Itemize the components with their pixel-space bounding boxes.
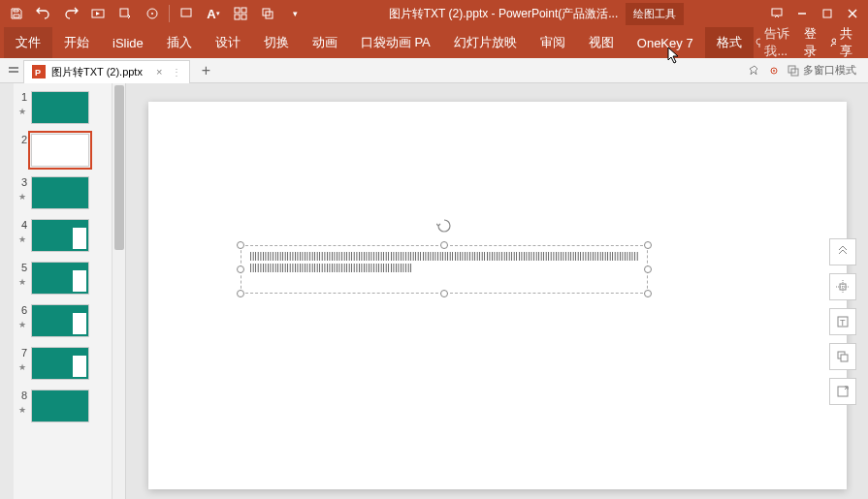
undo-button[interactable] — [31, 2, 56, 25]
redo-button[interactable] — [58, 2, 83, 25]
resize-handle-bl[interactable] — [237, 290, 244, 297]
tab-insert[interactable]: 插入 — [155, 27, 204, 58]
collapse-tool-button[interactable] — [829, 238, 856, 265]
svg-point-18 — [832, 39, 836, 43]
fit-tool-button[interactable] — [829, 378, 856, 405]
context-tool-label: 绘图工具 — [626, 3, 684, 25]
ribbon-right: 告诉我... 登录 共享 — [754, 27, 864, 58]
animation-indicator-icon: ★ — [18, 192, 26, 202]
slide-thumbnail-1[interactable] — [31, 91, 89, 124]
start-from-beginning-button[interactable] — [85, 2, 111, 25]
tab-slideshow[interactable]: 幻灯片放映 — [442, 27, 529, 58]
slide-thumbnail-2[interactable] — [31, 134, 89, 167]
svg-text:T: T — [840, 318, 846, 327]
document-tab-menu[interactable]: ⋮ — [172, 67, 181, 78]
thumbnail-item[interactable]: 6★ — [17, 304, 121, 337]
login-button[interactable]: 登录 — [804, 25, 820, 60]
slide-thumbnail-3[interactable] — [31, 176, 89, 209]
resize-handle-br[interactable] — [644, 290, 652, 297]
thumbnail-item[interactable]: 7★ — [17, 347, 121, 380]
layout-button[interactable] — [228, 2, 253, 25]
qat-more-button[interactable]: ▾ — [282, 2, 307, 25]
thumbnail-item[interactable]: 5★ — [17, 262, 121, 295]
resize-handle-bm[interactable] — [440, 290, 448, 297]
tell-me-search[interactable]: 告诉我... — [754, 25, 796, 60]
animation-indicator-icon: ★ — [18, 320, 26, 329]
multiwindow-button[interactable]: 多窗口模式 — [788, 63, 856, 78]
slide-number: 5 — [17, 262, 27, 273]
slide-edit-area: ||||||||||||||||||||||||||||||||||||||||… — [126, 83, 868, 499]
svg-rect-33 — [841, 355, 848, 361]
qat-dropdown-1[interactable] — [113, 2, 138, 25]
tab-start[interactable]: 开始 — [52, 27, 101, 58]
tab-design[interactable]: 设计 — [204, 27, 252, 58]
resize-handle-tr[interactable] — [644, 241, 652, 249]
resize-handle-mr[interactable] — [644, 265, 652, 273]
slide-thumbnail-8[interactable] — [31, 390, 89, 422]
slide-thumbnail-4[interactable] — [31, 219, 89, 252]
gear-icon[interactable] — [768, 65, 780, 77]
document-tab-close[interactable]: × — [156, 66, 162, 78]
minimize-button[interactable] — [790, 3, 814, 24]
ribbon-tabs: 文件 开始 iSlide 插入 设计 切换 动画 口袋动画 PA 幻灯片放映 审… — [0, 27, 868, 58]
touch-mode-button[interactable] — [140, 2, 165, 25]
window-controls — [765, 3, 864, 24]
resize-handle-tl[interactable] — [237, 241, 244, 249]
slide-number: 3 — [17, 176, 27, 188]
align-tool-button[interactable] — [829, 273, 856, 300]
workspace: 1★ 2 3★ 4★ 5★ 6★ — [0, 83, 868, 499]
tab-animation[interactable]: 动画 — [301, 27, 349, 58]
save-button[interactable] — [4, 2, 29, 25]
thumbnail-item[interactable]: 8★ — [17, 390, 121, 422]
ribbon-options-button[interactable] — [765, 3, 788, 24]
slide-thumbnail-6[interactable] — [31, 304, 89, 337]
svg-point-16 — [756, 39, 761, 45]
animation-indicator-icon: ★ — [18, 107, 26, 116]
svg-rect-1 — [120, 9, 128, 16]
svg-rect-4 — [181, 9, 191, 16]
resize-handle-tm[interactable] — [440, 241, 448, 249]
resize-handle-ml[interactable] — [237, 265, 244, 273]
font-button[interactable]: A▾ — [201, 2, 226, 25]
tab-file[interactable]: 文件 — [4, 27, 52, 58]
tab-islide[interactable]: iSlide — [101, 27, 155, 58]
tab-format[interactable]: 格式 — [705, 27, 754, 58]
thumbnail-item[interactable]: 1★ — [17, 91, 121, 124]
share-button[interactable]: 共享 — [828, 25, 856, 60]
tab-onekey[interactable]: OneKey 7 — [626, 27, 705, 58]
thumbnail-item[interactable]: 3★ — [17, 176, 121, 209]
tab-review[interactable]: 审阅 — [529, 27, 577, 58]
slide-canvas[interactable]: ||||||||||||||||||||||||||||||||||||||||… — [148, 102, 847, 489]
tab-pocket[interactable]: 口袋动画 PA — [349, 27, 442, 58]
svg-rect-5 — [235, 8, 240, 13]
doc-tab-list-icon[interactable] — [4, 65, 23, 77]
thumbnail-item[interactable]: 2 — [17, 134, 121, 167]
tab-view[interactable]: 视图 — [577, 27, 626, 58]
pin-icon[interactable] — [749, 65, 760, 77]
maximize-button[interactable] — [816, 3, 839, 24]
thumbnail-margin — [0, 83, 14, 499]
window-title-text: 图片转TXT (2).pptx - PowerPoint(产品激活... — [389, 6, 619, 22]
new-document-button[interactable]: + — [196, 61, 215, 80]
new-slide-button[interactable] — [174, 2, 199, 25]
svg-point-3 — [151, 13, 153, 15]
tab-transition[interactable]: 切换 — [252, 27, 301, 58]
thumbnail-item[interactable]: 4★ — [17, 219, 121, 252]
tell-me-label: 告诉我... — [764, 25, 795, 60]
multiwindow-label: 多窗口模式 — [803, 63, 856, 78]
slide-thumbnail-5[interactable] — [31, 262, 89, 295]
document-tab-active[interactable]: P 图片转TXT (2).pptx × ⋮ — [23, 60, 190, 83]
qat-separator — [169, 5, 170, 22]
svg-rect-6 — [241, 8, 246, 13]
scrollbar-thumb[interactable] — [114, 85, 124, 250]
slide-thumbnail-7[interactable] — [31, 347, 89, 380]
selected-textbox[interactable]: ||||||||||||||||||||||||||||||||||||||||… — [241, 245, 648, 294]
rotate-handle[interactable] — [436, 218, 452, 234]
animation-indicator-icon: ★ — [18, 277, 26, 287]
arrange-tool-button[interactable] — [829, 343, 856, 370]
arrange-button[interactable] — [255, 2, 280, 25]
textbox-tool-button[interactable]: T — [829, 308, 856, 335]
slide-number: 1 — [17, 91, 27, 103]
thumbnail-scrollbar[interactable] — [112, 83, 125, 499]
close-button[interactable] — [841, 3, 864, 24]
